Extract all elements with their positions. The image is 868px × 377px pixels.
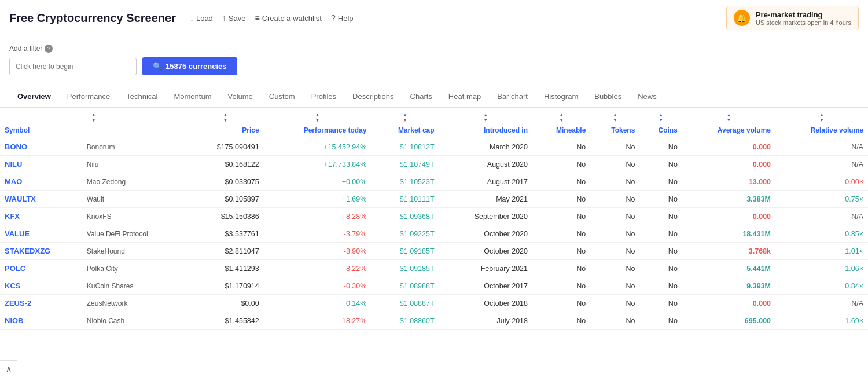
introduced-sort-arrows[interactable]: ▲▼ — [439, 108, 532, 124]
avgvol-sort-arrows[interactable]: ▲▼ — [682, 108, 775, 124]
filter-input[interactable] — [9, 58, 137, 75]
cell-introduced: October 2017 — [439, 277, 532, 295]
tab-momentum[interactable]: Momentum — [165, 86, 219, 108]
col-symbol[interactable]: Symbol — [0, 124, 82, 138]
cell-symbol[interactable]: STAKEDXZG — [0, 243, 82, 260]
tab-barchart[interactable]: Bar chart — [489, 86, 536, 108]
coins-sort-arrows[interactable]: ▲▼ — [639, 108, 682, 124]
tabs-bar: Overview Performance Technical Momentum … — [0, 86, 868, 108]
save-button[interactable]: ↑ Save — [222, 13, 246, 23]
cell-symbol[interactable]: WAULTX — [0, 191, 82, 208]
tab-custom[interactable]: Custom — [261, 86, 303, 108]
cell-price: $2.811047 — [187, 243, 264, 260]
table-row[interactable]: WAULTX Wault $0.105897 +1.69% $1.10111T … — [0, 191, 868, 208]
search-currencies-button[interactable]: 🔍 15875 currencies — [142, 57, 237, 75]
col-price[interactable]: Price — [187, 124, 264, 138]
price-sort-arrows[interactable]: ▲▼ — [187, 108, 264, 124]
cell-tokens: No — [590, 173, 639, 191]
cell-symbol[interactable]: NIOB — [0, 312, 82, 330]
cell-price: $0.168122 — [187, 156, 264, 173]
cell-tokens: No — [590, 191, 639, 208]
table-row[interactable]: ZEUS-2 ZeusNetwork $0.00 +0.14% $1.08887… — [0, 295, 868, 312]
col-coins[interactable]: Coins — [639, 124, 682, 138]
cell-introduced: March 2020 — [439, 138, 532, 156]
cell-name: Bonorum — [82, 138, 187, 156]
cell-symbol[interactable]: KFX — [0, 208, 82, 225]
col-rel-volume[interactable]: Relative volume — [775, 124, 868, 138]
tab-overview[interactable]: Overview — [9, 86, 59, 108]
cell-price: $175.090491 — [187, 138, 264, 156]
tab-descriptions[interactable]: Descriptions — [344, 86, 402, 108]
relvol-sort-arrows[interactable]: ▲▼ — [775, 108, 868, 124]
watchlist-button[interactable]: ≡ Create a watchlist — [255, 13, 322, 23]
tab-heatmap[interactable]: Heat map — [440, 86, 489, 108]
help-button[interactable]: ? Help — [331, 13, 354, 23]
cell-introduced: October 2018 — [439, 295, 532, 312]
cell-mktcap: $1.10749T — [371, 156, 439, 173]
cell-perf: -0.30% — [264, 277, 372, 295]
cell-tokens: No — [590, 208, 639, 225]
cell-mktcap: $1.09185T — [371, 243, 439, 260]
cell-coins: No — [639, 295, 682, 312]
cell-coins: No — [639, 260, 682, 277]
col-introduced[interactable]: Introduced in — [439, 124, 532, 138]
load-label: Load — [196, 14, 213, 23]
cell-tokens: No — [590, 138, 639, 156]
pre-market-icon: 🔔 — [734, 10, 750, 26]
tab-news[interactable]: News — [630, 86, 665, 108]
cell-mktcap: $1.08860T — [371, 312, 439, 330]
table-row[interactable]: NIOB Niobio Cash $1.455842 -18.27% $1.08… — [0, 312, 868, 330]
table-row[interactable]: BONO Bonorum $175.090491 +15,452.94% $1.… — [0, 138, 868, 156]
filter-label: Add a filter ? — [9, 45, 859, 53]
table-row[interactable]: VALUE Value DeFi Protocol $3.537761 -3.7… — [0, 225, 868, 243]
filter-controls: 🔍 15875 currencies — [9, 57, 859, 75]
cell-symbol[interactable]: BONO — [0, 138, 82, 156]
cell-perf: +15,452.94% — [264, 138, 372, 156]
cell-mineable: No — [532, 173, 590, 191]
cell-avg-vol: 3.768k — [682, 243, 775, 260]
tab-volume[interactable]: Volume — [219, 86, 260, 108]
table-row[interactable]: KCS KuCoin Shares $1.170914 -0.30% $1.08… — [0, 277, 868, 295]
table-row[interactable]: NILU Nilu $0.168122 +17,733.84% $1.10749… — [0, 156, 868, 173]
mktcap-sort-arrows[interactable]: ▲▼ — [371, 108, 439, 124]
symbol-sort-arrows[interactable]: ▲▼ — [0, 108, 187, 124]
cell-name: KuCoin Shares — [82, 277, 187, 295]
tab-technical[interactable]: Technical — [118, 86, 165, 108]
table-row[interactable]: POLC Polka City $1.411293 -8.22% $1.0918… — [0, 260, 868, 277]
tab-charts[interactable]: Charts — [402, 86, 440, 108]
tokens-sort-arrows[interactable]: ▲▼ — [590, 108, 639, 124]
cell-avg-vol: 695.000 — [682, 312, 775, 330]
tab-histogram[interactable]: Histogram — [536, 86, 586, 108]
cell-mktcap: $1.10523T — [371, 173, 439, 191]
cell-mktcap: $1.10812T — [371, 138, 439, 156]
tab-performance[interactable]: Performance — [59, 86, 118, 108]
cell-perf: -8.28% — [264, 208, 372, 225]
col-market-cap[interactable]: Market cap — [371, 124, 439, 138]
cell-symbol[interactable]: ZEUS-2 — [0, 295, 82, 312]
cell-symbol[interactable]: POLC — [0, 260, 82, 277]
load-button[interactable]: ↓ Load — [190, 13, 213, 23]
cell-price: $1.411293 — [187, 260, 264, 277]
col-perf-today[interactable]: Performance today — [264, 124, 372, 138]
table-row[interactable]: MAO Mao Zedong $0.033075 +0.00% $1.10523… — [0, 173, 868, 191]
cell-symbol[interactable]: NILU — [0, 156, 82, 173]
col-tokens[interactable]: Tokens — [590, 124, 639, 138]
col-avg-volume[interactable]: Average volume — [682, 124, 775, 138]
cell-symbol[interactable]: MAO — [0, 173, 82, 191]
cell-introduced: October 2020 — [439, 243, 532, 260]
tab-profiles[interactable]: Profiles — [303, 86, 344, 108]
cell-symbol[interactable]: KCS — [0, 277, 82, 295]
table-row[interactable]: KFX KnoxFS $15.150386 -8.28% $1.09368T S… — [0, 208, 868, 225]
perf-sort-arrows[interactable]: ▲▼ — [264, 108, 372, 124]
page-title: Free Cryptocurrency Screener — [9, 12, 176, 25]
cell-rel-vol: 0.85× — [775, 225, 868, 243]
tab-bubbles[interactable]: Bubbles — [586, 86, 630, 108]
mineable-sort-arrows[interactable]: ▲▼ — [532, 108, 590, 124]
cell-mktcap: $1.09185T — [371, 260, 439, 277]
col-mineable[interactable]: Mineable — [532, 124, 590, 138]
table-row[interactable]: STAKEDXZG StakeHound $2.811047 -8.90% $1… — [0, 243, 868, 260]
cell-symbol[interactable]: VALUE — [0, 225, 82, 243]
cell-rel-vol: 1.01× — [775, 243, 868, 260]
cell-introduced: August 2020 — [439, 156, 532, 173]
filter-help-icon: ? — [45, 45, 53, 53]
